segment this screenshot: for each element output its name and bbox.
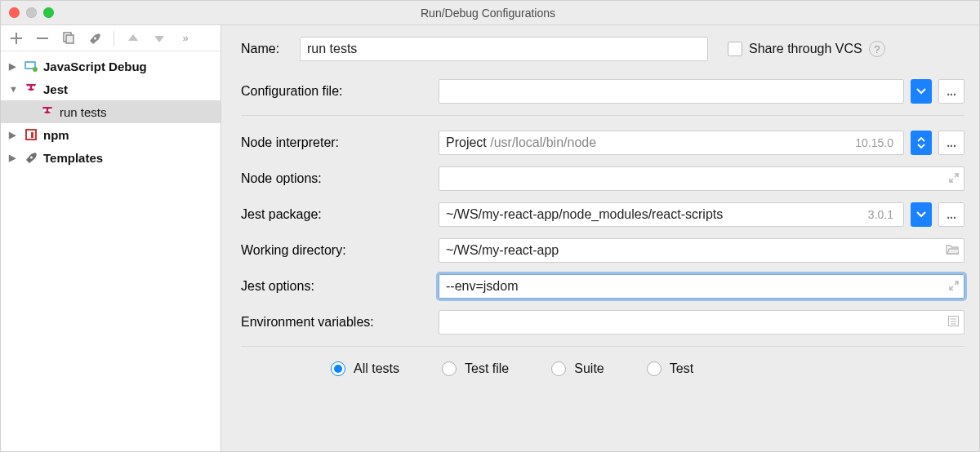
move-down-icon[interactable] <box>152 31 167 46</box>
expand-icon[interactable] <box>949 279 959 294</box>
node-options-input[interactable] <box>439 166 964 191</box>
radio-dot-icon <box>442 361 457 376</box>
jest-package-dropdown[interactable] <box>911 202 932 227</box>
jest-package-label: Jest package: <box>241 207 429 222</box>
jest-package-input[interactable]: ~/WS/my-react-app/node_modules/react-scr… <box>439 202 904 227</box>
test-scope-radios: All tests Test file Suite Test <box>241 361 964 376</box>
radio-test[interactable]: Test <box>647 361 693 376</box>
radio-dot-icon <box>551 361 566 376</box>
svg-point-5 <box>33 67 38 72</box>
svg-point-9 <box>48 109 51 112</box>
svg-point-8 <box>43 109 47 112</box>
jest-package-version: 3.0.1 <box>868 208 897 221</box>
share-vcs-label: Share through VCS <box>749 42 862 56</box>
toolbar-separator <box>114 31 114 46</box>
config-sidebar: » ▶ JavaScript Debug ▼ Jest <box>1 25 221 451</box>
radio-all-tests[interactable]: All tests <box>331 361 399 376</box>
svg-rect-0 <box>37 38 48 39</box>
working-dir-input[interactable]: ~/WS/my-react-app <box>439 238 964 263</box>
svg-point-6 <box>27 86 30 89</box>
jest-options-label: Jest options: <box>241 279 429 294</box>
node-interpreter-select[interactable]: Project /usr/local/bin/node 10.15.0 <box>439 131 904 155</box>
caret-down-icon: ▼ <box>9 84 19 94</box>
share-vcs-checkbox[interactable] <box>728 42 742 56</box>
jest-icon <box>24 82 38 96</box>
tree-item-run-tests[interactable]: run tests <box>1 100 220 123</box>
tree-label: JavaScript Debug <box>43 60 147 73</box>
tree-item-javascript-debug[interactable]: ▶ JavaScript Debug <box>1 55 220 78</box>
name-label: Name: <box>241 42 290 56</box>
jest-package-path: ~/WS/my-react-app/node_modules/react-scr… <box>446 207 723 222</box>
config-file-browse-button[interactable]: ... <box>938 79 964 104</box>
run-debug-config-window: Run/Debug Configurations <box>0 0 980 452</box>
config-file-input[interactable] <box>439 79 904 104</box>
tree-label: run tests <box>60 105 107 119</box>
config-file-label: Configuration file: <box>241 84 429 99</box>
tree-label: Templates <box>43 151 103 165</box>
svg-rect-2 <box>66 35 74 43</box>
list-icon[interactable] <box>948 315 959 330</box>
env-vars-input[interactable] <box>439 310 964 335</box>
svg-point-7 <box>32 86 35 89</box>
divider <box>241 346 964 347</box>
node-options-label: Node options: <box>241 171 429 186</box>
overflow-icon[interactable]: » <box>178 31 193 46</box>
tree-item-templates[interactable]: ▶ Templates <box>1 146 220 169</box>
folder-open-icon[interactable] <box>946 243 959 258</box>
window-controls <box>9 7 54 18</box>
config-form: Name: run tests Share through VCS ? Conf… <box>221 25 979 451</box>
close-icon[interactable] <box>9 7 20 18</box>
radio-suite[interactable]: Suite <box>551 361 604 376</box>
node-interpreter-stepper[interactable] <box>911 131 932 155</box>
help-icon[interactable]: ? <box>869 41 885 57</box>
remove-icon[interactable] <box>35 31 50 46</box>
radio-label: Test file <box>465 361 509 376</box>
sidebar-toolbar: » <box>1 25 220 51</box>
window-title: Run/Debug Configurations <box>54 7 922 20</box>
tree-item-npm[interactable]: ▶ npm <box>1 123 220 146</box>
add-icon[interactable] <box>9 31 24 46</box>
radio-label: All tests <box>354 361 399 376</box>
copy-icon[interactable] <box>61 31 76 46</box>
env-vars-label: Environment variables: <box>241 315 429 330</box>
svg-rect-4 <box>26 63 34 68</box>
expand-icon[interactable] <box>949 171 959 186</box>
tree-label: Jest <box>43 82 68 96</box>
name-value: run tests <box>307 42 357 56</box>
jest-icon <box>40 104 55 119</box>
node-interpreter-version: 10.15.0 <box>855 136 897 149</box>
working-dir-label: Working directory: <box>241 243 429 258</box>
radio-label: Test <box>670 361 693 376</box>
tree-item-jest[interactable]: ▼ Jest <box>1 78 220 100</box>
settings-icon[interactable] <box>87 31 102 46</box>
jest-package-browse-button[interactable]: ... <box>938 202 964 227</box>
name-input[interactable]: run tests <box>300 37 708 61</box>
working-dir-value: ~/WS/my-react-app <box>446 243 559 258</box>
node-interpreter-path: /usr/local/bin/node <box>490 135 596 150</box>
jest-options-value: --env=jsdom <box>446 279 518 294</box>
node-interpreter-browse-button[interactable]: ... <box>938 131 964 155</box>
radio-label: Suite <box>574 361 604 376</box>
caret-right-icon: ▶ <box>9 61 19 72</box>
minimize-icon[interactable] <box>26 7 37 18</box>
js-debug-icon <box>24 59 38 73</box>
titlebar: Run/Debug Configurations <box>1 1 979 25</box>
jest-options-input[interactable]: --env=jsdom <box>439 274 964 299</box>
divider <box>241 115 964 116</box>
config-file-dropdown[interactable] <box>911 79 932 104</box>
radio-dot-icon <box>331 361 345 376</box>
npm-icon <box>24 127 38 142</box>
caret-right-icon: ▶ <box>9 130 19 140</box>
wrench-icon <box>24 150 38 165</box>
svg-rect-11 <box>31 132 33 138</box>
move-up-icon[interactable] <box>126 31 140 46</box>
node-interpreter-prefix: Project <box>446 135 487 150</box>
node-interpreter-label: Node interpreter: <box>241 135 429 150</box>
caret-right-icon: ▶ <box>9 153 19 163</box>
config-tree: ▶ JavaScript Debug ▼ Jest <box>1 51 220 451</box>
zoom-icon[interactable] <box>43 7 54 18</box>
tree-label: npm <box>43 128 69 142</box>
radio-test-file[interactable]: Test file <box>442 361 509 376</box>
radio-dot-icon <box>647 361 662 376</box>
